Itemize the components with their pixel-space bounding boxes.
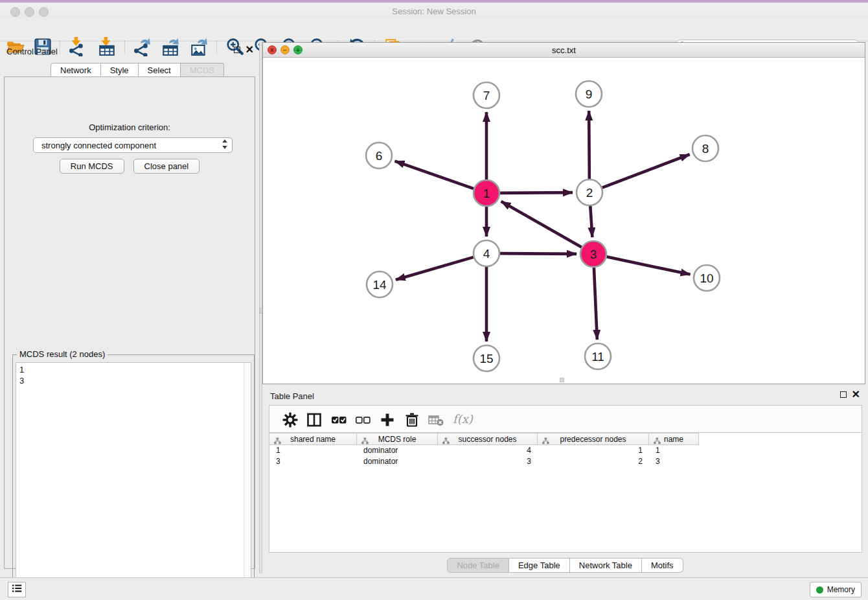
graph-node-label: 9 <box>586 87 593 101</box>
table-row[interactable]: 3dominator323 <box>269 456 699 467</box>
delete-icon[interactable] <box>403 411 421 429</box>
status-bar: Memory <box>0 577 868 600</box>
tab-select[interactable]: Select <box>139 63 181 77</box>
graph-node-label: 14 <box>372 278 387 292</box>
graph-edge-2-9[interactable] <box>589 111 589 179</box>
graph-node-3[interactable]: 3 <box>580 241 606 267</box>
column-header-predecessor-nodes[interactable]: predecessor nodes <box>538 433 649 444</box>
memory-status-icon <box>816 586 823 594</box>
table-toolbar: f(x) <box>269 405 862 433</box>
graph-edge-2-8[interactable] <box>602 154 690 187</box>
graph-node-2[interactable]: 2 <box>577 179 602 205</box>
canvas-resize-handle[interactable] <box>560 378 564 382</box>
mcds-panel: Optimization criterion: strongly connect… <box>4 76 255 569</box>
graph-node-4[interactable]: 4 <box>474 240 499 266</box>
control-panel-tabs: Network Style Select MCDS <box>51 63 224 77</box>
node-table: shared nameMCDS rolesuccessor nodesprede… <box>269 433 862 553</box>
tab-motifs[interactable]: Motifs <box>642 558 683 573</box>
tab-network[interactable]: Network <box>51 63 101 77</box>
table-cell[interactable]: 4 <box>438 445 538 456</box>
tab-network-table[interactable]: Network Table <box>570 558 642 573</box>
table-header-row: shared nameMCDS rolesuccessor nodesprede… <box>269 433 699 445</box>
delete-table-icon[interactable] <box>427 411 445 429</box>
tab-mcds[interactable]: MCDS <box>181 63 224 77</box>
graph-edge-3-10[interactable] <box>607 257 691 274</box>
graph-edge-1-6[interactable] <box>395 161 474 189</box>
graph-node-8[interactable]: 8 <box>692 135 718 161</box>
graph-edge-1-2[interactable] <box>500 192 573 193</box>
tab-node-table[interactable]: Node Table <box>447 558 509 573</box>
deselect-all-icon[interactable] <box>354 411 372 429</box>
graph-edge-3-11[interactable] <box>594 268 597 340</box>
table-cell[interactable]: 1 <box>538 445 649 456</box>
gear-icon[interactable] <box>281 411 299 429</box>
table-cell[interactable]: 1 <box>269 445 357 456</box>
control-panel: Control Panel ✕ Network Style Select MCD… <box>0 42 259 573</box>
table-cell[interactable]: dominator <box>357 456 438 467</box>
tab-style[interactable]: Style <box>101 63 139 77</box>
table-cell[interactable]: 2 <box>538 456 649 467</box>
graph-edge-3-1[interactable] <box>501 202 582 248</box>
optimization-criterion-label: Optimization criterion: <box>5 122 255 132</box>
mcds-result-textarea[interactable]: 1 3 <box>16 362 251 600</box>
run-mcds-button[interactable]: Run MCDS <box>60 159 124 174</box>
graph-node-14[interactable]: 14 <box>367 271 393 297</box>
table-cell[interactable]: dominator <box>357 445 438 456</box>
graph-node-label: 15 <box>479 352 493 365</box>
control-panel-title: Control Panel <box>6 47 58 56</box>
graph-node-label: 10 <box>700 271 713 285</box>
graph-node-1[interactable]: 1 <box>474 180 499 206</box>
graph-node-label: 1 <box>483 187 490 200</box>
column-header-label: successor nodes <box>458 435 516 444</box>
graph-node-label: 2 <box>586 186 593 200</box>
table-cell[interactable]: 3 <box>438 456 538 467</box>
column-header-name[interactable]: name <box>649 433 699 444</box>
column-view-icon[interactable] <box>305 411 323 429</box>
memory-button[interactable]: Memory <box>810 582 862 597</box>
table-row[interactable]: 1dominator411 <box>269 445 699 456</box>
graph-node-label: 4 <box>483 247 490 260</box>
network-window-titlebar[interactable]: × − + scc.txt <box>263 43 865 58</box>
graph-node-label: 8 <box>702 142 709 156</box>
graph-node-label: 3 <box>590 248 597 261</box>
float-table-panel-icon[interactable] <box>840 391 847 398</box>
graph-edge-4-14[interactable] <box>396 257 474 280</box>
tab-edge-table[interactable]: Edge Table <box>509 558 570 573</box>
result-scrollbar[interactable] <box>244 363 251 599</box>
optimization-criterion-select[interactable]: strongly connected component <box>33 137 233 153</box>
select-stepper-icon <box>222 139 228 152</box>
close-table-panel-icon[interactable]: ✕ <box>852 391 860 398</box>
graph-node-11[interactable]: 11 <box>585 343 611 369</box>
table-cell[interactable]: 3 <box>269 456 357 467</box>
table-body: 1dominator4113dominator323 <box>269 445 862 467</box>
sort-hierarchy-icon <box>361 436 369 448</box>
column-header-label: predecessor nodes <box>560 435 626 444</box>
float-panel-icon[interactable] <box>234 47 240 53</box>
graph-node-15[interactable]: 15 <box>474 345 499 371</box>
graph-node-9[interactable]: 9 <box>576 81 602 107</box>
table-panel-title: Table Panel <box>270 391 314 401</box>
close-panel-icon[interactable]: ✕ <box>246 47 254 53</box>
graph-node-10[interactable]: 10 <box>694 265 720 291</box>
column-header-label: shared name <box>290 435 336 444</box>
graph-edge-4-3[interactable] <box>500 253 577 254</box>
select-all-icon[interactable] <box>330 411 348 429</box>
graph-edge-2-3[interactable] <box>590 206 592 237</box>
close-panel-button[interactable]: Close panel <box>133 159 200 174</box>
network-canvas[interactable]: 7968124314101511 <box>263 58 865 384</box>
graph-node-7[interactable]: 7 <box>474 82 499 108</box>
column-header-successor-nodes[interactable]: successor nodes <box>438 433 538 444</box>
table-cell[interactable]: 3 <box>649 456 699 467</box>
graph-node-6[interactable]: 6 <box>366 143 392 168</box>
graph-node-label: 6 <box>376 149 383 163</box>
column-header-shared-name[interactable]: shared name <box>269 433 357 444</box>
table-panel: Table Panel ✕ f(x) shared nameMCDS roles… <box>262 387 868 577</box>
add-column-icon[interactable] <box>378 411 396 429</box>
sort-hierarchy-icon <box>654 436 661 448</box>
network-graph: 7968124314101511 <box>263 58 865 384</box>
task-history-button[interactable] <box>8 582 26 597</box>
column-header-MCDS-role[interactable]: MCDS role <box>357 433 438 444</box>
list-icon <box>11 583 23 597</box>
select-value: strongly connected component <box>41 141 222 150</box>
table-tabs: Node Table Edge Table Network Table Moti… <box>262 558 868 573</box>
